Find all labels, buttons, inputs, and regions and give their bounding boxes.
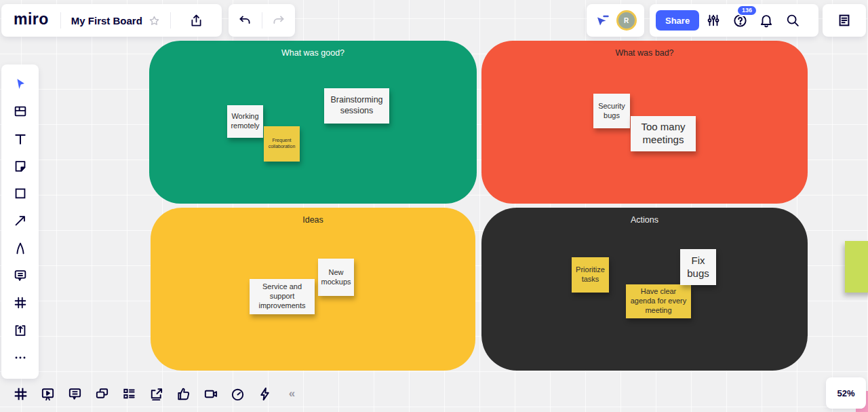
collaboration-bar: R <box>587 4 644 37</box>
comments-panel-icon[interactable] <box>61 380 88 407</box>
favorite-star-icon[interactable] <box>149 15 160 26</box>
export-board-icon[interactable] <box>189 14 203 28</box>
board-header: miro My First Board <box>1 4 222 37</box>
quadrant-actions[interactable]: Actions Prioritize tasks Have clear agen… <box>481 208 808 371</box>
collaborator-cursor-icon[interactable] <box>595 12 611 29</box>
share-button[interactable]: Share <box>656 10 699 31</box>
sticky-note[interactable]: Security bugs <box>593 94 630 128</box>
sticky-note-tool-icon[interactable] <box>7 154 34 179</box>
quadrant-title: What was good? <box>149 41 477 58</box>
shapes-tool-icon[interactable] <box>7 181 34 206</box>
quadrant-ideas[interactable]: Ideas New mockups Service and support im… <box>151 208 475 371</box>
text-tool-icon[interactable] <box>7 127 34 151</box>
sticky-note[interactable]: Brainstorming sessions <box>324 88 389 124</box>
board-title[interactable]: My First Board <box>71 15 142 26</box>
sticky-text: Brainstorming sessions <box>326 95 387 116</box>
divider <box>262 12 262 29</box>
connection-line-tool-icon[interactable] <box>7 208 34 233</box>
reactions-thumbs-up-icon[interactable] <box>170 380 197 407</box>
cards-list-icon[interactable] <box>115 380 142 407</box>
sticky-note-partial[interactable] <box>845 241 868 293</box>
export-open-icon[interactable] <box>142 380 170 407</box>
zoom-level-control[interactable]: 52% <box>826 377 866 409</box>
chat-icon[interactable] <box>88 380 115 407</box>
sticky-note[interactable]: Frequent collaboration <box>264 126 300 162</box>
select-tool-icon[interactable] <box>7 72 34 96</box>
sticky-note[interactable]: Have clear agenda for every meeting <box>626 284 691 318</box>
video-chat-icon[interactable] <box>197 380 224 407</box>
quadrant-title: What was bad? <box>481 41 808 58</box>
sticky-note[interactable]: Too many meetings <box>631 116 696 151</box>
comment-tool-icon[interactable] <box>7 263 34 288</box>
sticky-note[interactable]: New mockups <box>318 259 354 296</box>
apps-lightning-icon[interactable] <box>251 380 278 407</box>
sticky-text: Working remotely <box>229 112 261 131</box>
sticky-text: Too many meetings <box>633 121 694 147</box>
templates-tool-icon[interactable] <box>7 99 34 124</box>
sticky-note[interactable]: Prioritize tasks <box>572 257 609 293</box>
redo-icon[interactable] <box>271 14 285 28</box>
notifications-bell-icon[interactable] <box>754 8 778 33</box>
collapse-toolbar-icon[interactable]: « <box>278 380 305 407</box>
help-icon[interactable]: 136 <box>728 8 752 33</box>
sticky-note[interactable]: Fix bugs <box>680 249 716 285</box>
collaboration-toolbar: « <box>7 379 305 409</box>
timer-icon[interactable] <box>224 380 251 407</box>
miro-logo[interactable]: miro <box>1 10 60 31</box>
quadrant-title: Actions <box>481 208 808 225</box>
sticky-text: Prioritize tasks <box>574 265 607 284</box>
upload-tool-icon[interactable] <box>7 318 34 343</box>
undo-icon[interactable] <box>238 14 252 28</box>
sticky-text: New mockups <box>320 268 352 287</box>
sticky-text: Have clear agenda for every meeting <box>628 287 689 315</box>
avatar[interactable]: R <box>616 10 637 31</box>
sticky-text: Frequent collaboration <box>266 138 298 150</box>
quadrant-what-was-good[interactable]: What was good? Working remotely Frequent… <box>149 41 477 204</box>
sticky-note[interactable]: Service and support improvements <box>250 279 315 314</box>
notes-panel-bar <box>823 4 866 37</box>
history-toolbar <box>229 4 295 37</box>
frames-panel-icon[interactable] <box>7 380 34 407</box>
frame-tool-icon[interactable] <box>7 291 34 315</box>
more-tools-icon[interactable] <box>7 345 34 370</box>
pen-tool-icon[interactable] <box>7 236 34 261</box>
quadrant-what-was-bad[interactable]: What was bad? Security bugs Too many mee… <box>481 41 808 204</box>
sticky-text: Fix bugs <box>682 255 714 280</box>
search-icon[interactable] <box>781 8 805 33</box>
creation-toolbar <box>1 64 39 379</box>
sticky-text: Service and support improvements <box>252 282 313 310</box>
sticky-text: Security bugs <box>595 102 628 121</box>
actions-toolbar: Share 136 <box>650 4 818 37</box>
settings-sliders-icon[interactable] <box>701 8 726 33</box>
notes-document-icon[interactable] <box>837 13 852 28</box>
presentation-mode-icon[interactable] <box>34 380 61 407</box>
quadrant-title: Ideas <box>151 208 475 225</box>
sticky-note[interactable]: Working remotely <box>227 105 263 138</box>
